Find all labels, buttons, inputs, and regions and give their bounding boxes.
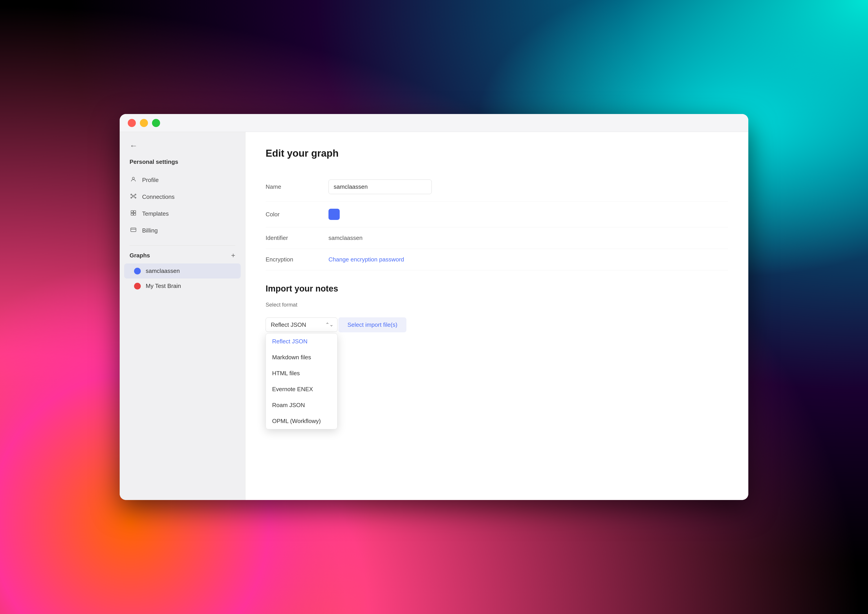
import-section-title: Import your notes <box>266 284 728 293</box>
svg-line-7 <box>134 195 135 196</box>
change-encryption-link[interactable]: Change encryption password <box>328 256 404 263</box>
color-row: Color <box>266 202 728 227</box>
color-value <box>328 209 728 220</box>
name-input[interactable] <box>328 180 432 194</box>
sidebar-item-billing[interactable]: Billing <box>120 222 245 239</box>
identifier-row: Identifier samclaassen <box>266 227 728 249</box>
add-graph-button[interactable]: + <box>231 252 235 259</box>
graph-item-samclaassen[interactable]: samclaassen <box>124 264 241 279</box>
svg-line-9 <box>134 196 135 197</box>
svg-rect-12 <box>131 213 133 215</box>
app-window: ← Personal settings Profile <box>120 114 748 500</box>
encryption-label: Encryption <box>266 256 328 263</box>
graphs-title: Graphs <box>130 252 150 259</box>
encryption-value: Change encryption password <box>328 256 728 263</box>
main-content: Edit your graph Name Color Identifier sa <box>245 132 748 500</box>
back-button[interactable]: ← <box>120 141 245 158</box>
sidebar-item-connections[interactable]: Connections <box>120 189 245 205</box>
svg-point-0 <box>132 177 134 179</box>
svg-rect-13 <box>134 213 136 215</box>
sidebar-item-templates[interactable]: Templates <box>120 205 245 222</box>
svg-line-6 <box>132 195 133 196</box>
name-value <box>328 180 728 194</box>
name-row: Name <box>266 172 728 202</box>
templates-label: Templates <box>142 210 169 217</box>
svg-rect-11 <box>134 211 136 213</box>
profile-icon <box>130 176 137 184</box>
page-title: Edit your graph <box>266 148 728 159</box>
billing-icon <box>130 227 137 234</box>
dropdown-item-evernote[interactable]: Evernote ENEX <box>266 381 337 397</box>
window-body: ← Personal settings Profile <box>120 132 748 500</box>
sidebar: ← Personal settings Profile <box>120 132 245 500</box>
color-swatch[interactable] <box>328 209 340 220</box>
dropdown-item-markdown[interactable]: Markdown files <box>266 349 337 365</box>
graph-label-my-test-brain: My Test Brain <box>146 282 181 290</box>
maximize-button[interactable] <box>152 119 160 127</box>
profile-label: Profile <box>142 177 159 184</box>
back-icon: ← <box>130 141 138 150</box>
personal-settings-title: Personal settings <box>120 158 245 172</box>
import-row: Select format Reflect JSON Markdown file… <box>266 302 728 332</box>
titlebar <box>120 114 748 132</box>
identifier-value: samclaassen <box>328 234 728 242</box>
svg-line-8 <box>132 196 133 197</box>
templates-icon <box>130 210 137 218</box>
format-select[interactable]: Reflect JSON Markdown files HTML files E… <box>266 318 337 332</box>
billing-label: Billing <box>142 227 158 234</box>
color-label: Color <box>266 211 328 218</box>
name-label: Name <box>266 183 328 190</box>
select-format-label: Select format <box>266 302 406 308</box>
svg-rect-10 <box>131 211 133 213</box>
svg-point-2 <box>130 194 132 195</box>
format-select-wrapper: Select format Reflect JSON Markdown file… <box>266 302 406 332</box>
identifier-label: Identifier <box>266 234 328 242</box>
select-import-button[interactable]: Select import file(s) <box>339 317 406 332</box>
svg-point-5 <box>135 197 136 198</box>
graph-label-samclaassen: samclaassen <box>146 268 180 274</box>
traffic-lights <box>128 119 160 127</box>
svg-point-3 <box>135 194 136 195</box>
graph-dot-blue <box>134 268 141 274</box>
encryption-row: Encryption Change encryption password <box>266 249 728 270</box>
graphs-section-header: Graphs + <box>120 252 245 264</box>
dropdown-item-reflect-json[interactable]: Reflect JSON <box>266 333 337 349</box>
close-button[interactable] <box>128 119 136 127</box>
connections-icon <box>130 193 137 201</box>
svg-rect-14 <box>130 228 136 232</box>
dropdown-item-opml[interactable]: OPML (Workflowy) <box>266 413 337 429</box>
dropdown-item-roam[interactable]: Roam JSON <box>266 397 337 413</box>
graph-dot-red <box>134 283 141 290</box>
select-container: Reflect JSON Markdown files HTML files E… <box>266 318 337 332</box>
graph-item-my-test-brain[interactable]: My Test Brain <box>124 279 241 293</box>
connections-label: Connections <box>142 194 175 200</box>
sidebar-item-profile[interactable]: Profile <box>120 172 245 189</box>
format-dropdown: Reflect JSON Markdown files HTML files E… <box>266 333 337 429</box>
dropdown-item-html[interactable]: HTML files <box>266 365 337 381</box>
svg-point-4 <box>130 197 132 198</box>
identifier-text: samclaassen <box>328 234 363 241</box>
minimize-button[interactable] <box>140 119 148 127</box>
